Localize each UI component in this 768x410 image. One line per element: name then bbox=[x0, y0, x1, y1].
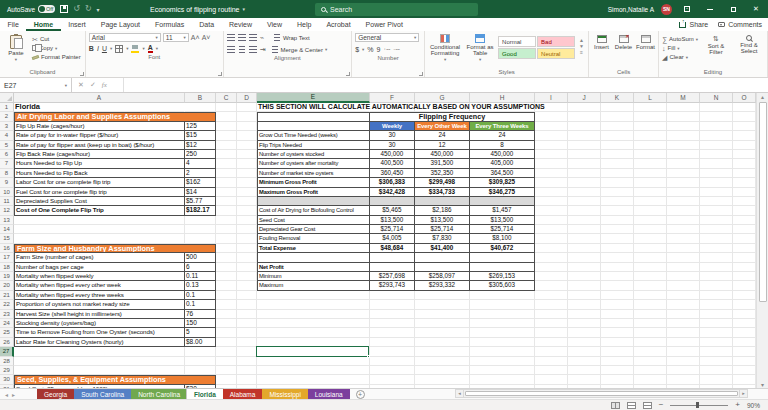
cell-M13[interactable] bbox=[667, 216, 700, 225]
cell-L28[interactable] bbox=[634, 357, 667, 366]
cell-A20[interactable]: Mortality when flipped every other week bbox=[14, 281, 185, 290]
row-header-17[interactable]: 17 bbox=[0, 253, 14, 262]
cell-G5[interactable]: 12 bbox=[415, 141, 470, 150]
cell-H18[interactable] bbox=[470, 263, 535, 272]
cell-O4[interactable] bbox=[733, 131, 756, 140]
cell-K28[interactable] bbox=[601, 357, 634, 366]
cell-J12[interactable] bbox=[568, 206, 601, 215]
format-painter-button[interactable]: Format Painter bbox=[32, 53, 81, 61]
cell-N10[interactable] bbox=[700, 188, 733, 197]
cell-F3[interactable]: Weekly bbox=[370, 122, 415, 131]
cell-N28[interactable] bbox=[700, 357, 733, 366]
cell-A30[interactable]: Seed, Supplies, & Equipment Assumptions bbox=[14, 375, 216, 384]
select-all-corner[interactable] bbox=[0, 93, 14, 103]
menu-tab-page-layout[interactable]: Page Layout bbox=[93, 18, 147, 31]
menu-tab-view[interactable]: View bbox=[260, 18, 290, 31]
column-header-E[interactable]: E bbox=[257, 93, 370, 103]
search-input[interactable]: Search bbox=[315, 3, 478, 16]
cell-C1[interactable] bbox=[216, 103, 237, 112]
cell-B15[interactable] bbox=[185, 234, 216, 243]
cell-F22[interactable] bbox=[370, 300, 415, 309]
cell-C25[interactable] bbox=[216, 328, 237, 337]
cell-F17[interactable] bbox=[370, 253, 415, 262]
cell-D11[interactable] bbox=[237, 197, 257, 206]
cell-J3[interactable] bbox=[568, 122, 601, 131]
cell-O1[interactable] bbox=[733, 103, 756, 112]
cell-G7[interactable]: 391,500 bbox=[415, 159, 470, 168]
cell-D22[interactable] bbox=[237, 300, 257, 309]
row-header-19[interactable]: 19 bbox=[0, 272, 14, 281]
cell-N23[interactable] bbox=[700, 310, 733, 319]
cell-J1[interactable] bbox=[568, 103, 601, 112]
cell-N12[interactable] bbox=[700, 206, 733, 215]
cell-J24[interactable] bbox=[568, 319, 601, 328]
cell-I4[interactable] bbox=[535, 131, 568, 140]
cell-L27[interactable] bbox=[634, 347, 667, 356]
cell-E9[interactable]: Minimum Gross Profit bbox=[257, 178, 370, 187]
row-header-2[interactable]: 2 bbox=[0, 112, 14, 121]
cell-N17[interactable] bbox=[700, 253, 733, 262]
cell-M5[interactable] bbox=[667, 141, 700, 150]
cell-C7[interactable] bbox=[216, 159, 237, 168]
cell-I27[interactable] bbox=[535, 347, 568, 356]
cell-M24[interactable] bbox=[667, 319, 700, 328]
cell-H4[interactable]: 24 bbox=[470, 131, 535, 140]
sheet-tab-florida[interactable]: Florida bbox=[187, 389, 223, 399]
cell-F10[interactable]: $342,428 bbox=[370, 188, 415, 197]
paste-dropdown-icon[interactable]: ▾ bbox=[15, 57, 17, 62]
cell-M10[interactable] bbox=[667, 188, 700, 197]
cell-K1[interactable] bbox=[601, 103, 634, 112]
row-header-30[interactable]: 30 bbox=[0, 375, 14, 384]
cell-J20[interactable] bbox=[568, 281, 601, 290]
cell-M29[interactable] bbox=[667, 366, 700, 375]
cell-N2[interactable] bbox=[700, 112, 733, 121]
cell-L23[interactable] bbox=[634, 310, 667, 319]
cell-N9[interactable] bbox=[700, 178, 733, 187]
cell-A28[interactable] bbox=[14, 357, 185, 366]
cell-J9[interactable] bbox=[568, 178, 601, 187]
restore-button[interactable] bbox=[725, 0, 741, 18]
increase-decimal-icon[interactable]: ⁺⁰⁰ bbox=[384, 47, 391, 53]
cell-O12[interactable] bbox=[733, 206, 756, 215]
cell-K25[interactable] bbox=[601, 328, 634, 337]
cell-D25[interactable] bbox=[237, 328, 257, 337]
cell-L21[interactable] bbox=[634, 291, 667, 300]
cell-D2[interactable] bbox=[237, 112, 257, 121]
cell-C18[interactable] bbox=[216, 263, 237, 272]
cell-A2[interactable]: Air Drying Labor and Supplies Assumption… bbox=[14, 112, 216, 121]
sheet-tab-north-carolina[interactable]: North Carolina bbox=[131, 389, 187, 399]
cell-M4[interactable] bbox=[667, 131, 700, 140]
cell-B10[interactable]: $14 bbox=[185, 188, 216, 197]
cell-J21[interactable] bbox=[568, 291, 601, 300]
active-cell-selection[interactable] bbox=[256, 346, 369, 356]
cell-O25[interactable] bbox=[733, 328, 756, 337]
cell-K13[interactable] bbox=[601, 216, 634, 225]
row-header-28[interactable]: 28 bbox=[0, 357, 14, 366]
cell-M30[interactable] bbox=[667, 375, 700, 384]
cell-O18[interactable] bbox=[733, 263, 756, 272]
cut-button[interactable]: ✂Cut bbox=[32, 35, 81, 43]
cell-M6[interactable] bbox=[667, 150, 700, 159]
cell-O20[interactable] bbox=[733, 281, 756, 290]
cell-B20[interactable]: 0.13 bbox=[185, 281, 216, 290]
hscroll-right-icon[interactable]: ▸ bbox=[739, 389, 748, 398]
cell-L7[interactable] bbox=[634, 159, 667, 168]
cell-B12[interactable]: $182.17 bbox=[185, 206, 216, 215]
cell-G22[interactable] bbox=[415, 300, 470, 309]
cell-J29[interactable] bbox=[568, 366, 601, 375]
cell-G14[interactable]: $25,714 bbox=[415, 225, 470, 234]
horizontal-scrollbar[interactable]: ◂ ▸ bbox=[455, 389, 748, 398]
cell-L24[interactable] bbox=[634, 319, 667, 328]
cell-A6[interactable]: Flip Back Rate (cages/hour) bbox=[14, 150, 185, 159]
cell-M8[interactable] bbox=[667, 169, 700, 178]
row-header-6[interactable]: 6 bbox=[0, 150, 14, 159]
alignment-dialog-launcher-icon[interactable] bbox=[346, 72, 350, 76]
cell-I18[interactable] bbox=[535, 263, 568, 272]
cell-C16[interactable] bbox=[216, 244, 237, 253]
minimize-button[interactable] bbox=[702, 0, 718, 18]
cell-K23[interactable] bbox=[601, 310, 634, 319]
row-header-26[interactable]: 26 bbox=[0, 338, 14, 347]
cell-H12[interactable]: $1,457 bbox=[470, 206, 535, 215]
cell-A10[interactable]: Fuel Cost for one complete flip trip bbox=[14, 188, 185, 197]
cell-G25[interactable] bbox=[415, 328, 470, 337]
